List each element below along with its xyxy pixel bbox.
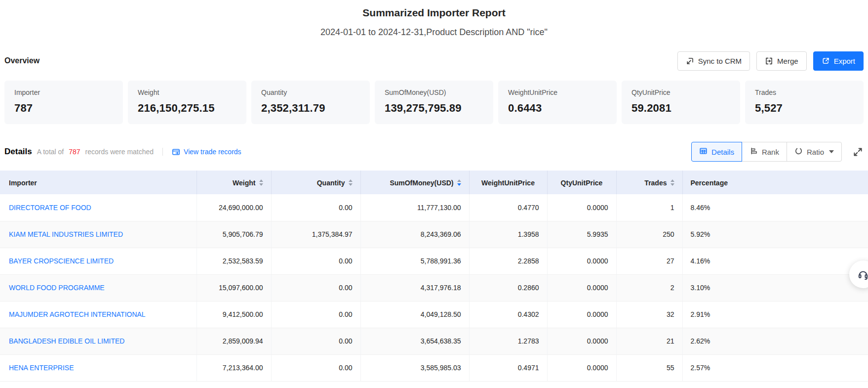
cell-weight: 9,412,500.00	[197, 301, 271, 328]
cell-qty_unit_price: 0.0000	[547, 354, 616, 381]
ring-icon	[794, 147, 803, 157]
stat-label: Weight	[138, 88, 237, 96]
stat-label: SumOfMoney(USD)	[385, 88, 483, 96]
bar-chart-icon	[750, 147, 758, 157]
import-arrow-icon	[686, 57, 694, 65]
column-label: Percentage	[691, 179, 728, 187]
stat-card-importer: Importer787	[4, 81, 123, 124]
cell-trades: 32	[616, 301, 682, 328]
tab-details-label: Details	[711, 148, 734, 156]
column-label: Weight	[233, 179, 255, 187]
merge-button[interactable]: Merge	[756, 51, 807, 71]
importer-link[interactable]: BANGLADESH EDIBLE OIL LIMITED	[9, 337, 124, 345]
sort-arrows-icon	[349, 179, 353, 186]
view-switcher: Details Rank Ratio	[691, 142, 842, 162]
cell-sum_of_money: 3,585,985.03	[360, 354, 469, 381]
cell-percentage: 2.62%	[682, 328, 868, 354]
column-header-inner: WeightUnitPrice	[481, 179, 535, 187]
cell-quantity: 0.00	[271, 274, 360, 301]
tab-ratio-label: Ratio	[807, 148, 824, 156]
cell-sum_of_money: 8,243,369.06	[360, 221, 469, 248]
tab-details-view[interactable]: Details	[691, 142, 742, 162]
overview-bar: Overview Sync to CRM Merge	[0, 51, 868, 71]
cell-weight_unit_price: 1.2783	[469, 328, 547, 354]
table-row: DIRECTORATE OF FOOD24,690,000.000.0011,7…	[0, 194, 868, 221]
headset-icon	[857, 268, 868, 280]
column-header-quantity[interactable]: Quantity	[271, 171, 360, 194]
view-trade-records-link[interactable]: View trade records	[172, 148, 241, 156]
table-header-row: ImporterWeightQuantitySumOfMoney(USD)Wei…	[0, 171, 868, 194]
cell-weight: 24,690,000.00	[197, 194, 271, 221]
column-label: Quantity	[317, 179, 345, 187]
sort-arrows-icon	[457, 179, 461, 186]
report-header: Summarized Importer Report 2024-01-01 to…	[0, 0, 868, 38]
cell-importer: KIAM METAL INDUSTRIES LIMITED	[0, 221, 197, 248]
cell-quantity: 0.00	[271, 301, 360, 328]
cell-percentage: 4.16%	[682, 248, 868, 274]
table-row: MAJUMDER AGROTECH INTERNATIONAL9,412,500…	[0, 301, 868, 328]
tab-rank-view[interactable]: Rank	[742, 142, 787, 162]
stat-value: 216,150,275.15	[138, 102, 237, 115]
page-subtitle: 2024-01-01 to 2024-12-31,Product Descrip…	[0, 26, 868, 38]
cell-trades: 2	[616, 274, 682, 301]
cell-weight: 7,213,364.00	[197, 354, 271, 381]
cell-quantity: 0.00	[271, 328, 360, 354]
merge-label: Merge	[777, 57, 798, 65]
column-label: Importer	[9, 179, 37, 187]
vertical-divider	[162, 148, 163, 156]
stat-card-weightunitprice: WeightUnitPrice0.6443	[498, 81, 617, 124]
importer-link[interactable]: BAYER CROPSCIENCE LIMITED	[9, 257, 114, 265]
cell-importer: WORLD FOOD PROGRAMME	[0, 274, 197, 301]
importer-link[interactable]: DIRECTORATE OF FOOD	[9, 204, 91, 212]
cell-weight: 2,859,009.94	[197, 328, 271, 354]
stat-card-weight: Weight216,150,275.15	[128, 81, 246, 124]
cell-qty_unit_price: 0.0000	[547, 328, 616, 354]
cell-trades: 27	[616, 248, 682, 274]
stat-value: 59.2081	[631, 102, 730, 115]
table-row: HENA ENTERPRISE7,213,364.000.003,585,985…	[0, 354, 868, 381]
cell-sum_of_money: 4,049,128.50	[360, 301, 469, 328]
details-bar: Details A total of 787 records were matc…	[0, 142, 868, 162]
importer-link[interactable]: MAJUMDER AGROTECH INTERNATIONAL	[9, 310, 146, 318]
column-header-inner: Importer	[9, 179, 37, 187]
cell-trades: 250	[616, 221, 682, 248]
cell-importer: DIRECTORATE OF FOOD	[0, 194, 197, 221]
stats-row: Importer787Weight216,150,275.15Quantity2…	[0, 81, 868, 124]
sync-to-crm-button[interactable]: Sync to CRM	[677, 51, 750, 71]
overview-label: Overview	[4, 56, 39, 65]
importer-link[interactable]: HENA ENTERPRISE	[9, 364, 74, 372]
stat-card-qtyunitprice: QtyUnitPrice59.2081	[622, 81, 740, 124]
importer-link[interactable]: WORLD FOOD PROGRAMME	[9, 284, 105, 292]
cell-weight_unit_price: 0.2860	[469, 274, 547, 301]
stat-label: WeightUnitPrice	[508, 88, 607, 96]
cell-importer: MAJUMDER AGROTECH INTERNATIONAL	[0, 301, 197, 328]
external-arrow-icon	[822, 57, 830, 65]
cell-sum_of_money: 11,777,130.00	[360, 194, 469, 221]
cell-percentage: 2.91%	[682, 301, 868, 328]
cell-qty_unit_price: 0.0000	[547, 301, 616, 328]
sort-arrows-icon	[671, 179, 674, 186]
cell-qty_unit_price: 0.0000	[547, 274, 616, 301]
column-header-sum_of_money[interactable]: SumOfMoney(USD)	[360, 171, 469, 194]
stat-label: Trades	[755, 88, 854, 96]
total-suffix: records were matched	[85, 148, 154, 156]
column-header-inner: QtyUnitPrice	[561, 179, 603, 187]
column-header-qty_unit_price: QtyUnitPrice	[547, 171, 616, 194]
cell-quantity: 1,375,384.97	[271, 221, 360, 248]
importer-table: ImporterWeightQuantitySumOfMoney(USD)Wei…	[0, 171, 868, 382]
details-bar-right: Details Rank Ratio	[691, 142, 864, 162]
export-button[interactable]: Export	[813, 51, 864, 71]
column-header-weight[interactable]: Weight	[197, 171, 271, 194]
cell-weight: 15,097,600.00	[197, 274, 271, 301]
column-label: WeightUnitPrice	[481, 179, 535, 187]
cell-trades: 55	[616, 354, 682, 381]
importer-link[interactable]: KIAM METAL INDUSTRIES LIMITED	[9, 230, 123, 238]
stat-card-quantity: Quantity2,352,311.79	[251, 81, 370, 124]
cell-qty_unit_price: 0.0000	[547, 194, 616, 221]
column-header-trades[interactable]: Trades	[616, 171, 682, 194]
cell-sum_of_money: 5,788,991.36	[360, 248, 469, 274]
fullscreen-button[interactable]	[852, 146, 864, 158]
cell-importer: HENA ENTERPRISE	[0, 354, 197, 381]
cell-weight: 2,532,583.59	[197, 248, 271, 274]
tab-ratio-view[interactable]: Ratio	[787, 142, 842, 162]
